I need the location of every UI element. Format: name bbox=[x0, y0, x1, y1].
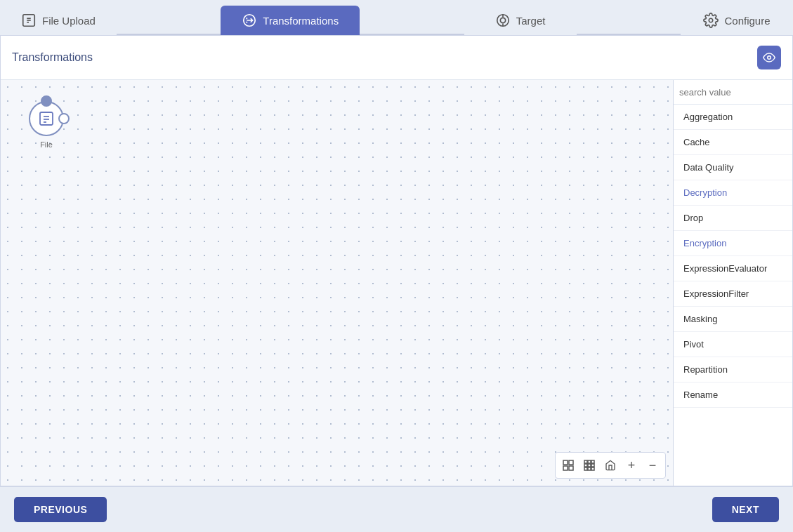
svg-rect-16 bbox=[569, 460, 573, 465]
sidebar-item-repartition[interactable]: Repartition bbox=[674, 357, 792, 383]
nav-label-configure: Configure bbox=[724, 15, 770, 27]
canvas[interactable]: File bbox=[1, 80, 673, 486]
file-node[interactable]: File bbox=[29, 101, 64, 149]
grid-small-tool-button[interactable] bbox=[579, 455, 599, 475]
zoom-out-button[interactable]: − bbox=[643, 455, 662, 475]
zoom-in-button[interactable]: + bbox=[622, 455, 641, 475]
search-box bbox=[674, 80, 792, 105]
configure-icon bbox=[703, 13, 719, 28]
sidebar-item-drop[interactable]: Drop bbox=[674, 206, 792, 231]
bottom-navigation: PREVIOUS NEXT bbox=[0, 486, 793, 532]
svg-rect-18 bbox=[569, 466, 573, 470]
nav-label-file-upload: File Upload bbox=[42, 15, 96, 27]
nav-item-file-upload[interactable]: File Upload bbox=[0, 6, 117, 35]
svg-rect-15 bbox=[563, 460, 568, 465]
svg-rect-20 bbox=[588, 460, 591, 463]
nav-label-transformations: Transformations bbox=[263, 15, 339, 27]
svg-point-9 bbox=[709, 18, 714, 22]
node-wrapper bbox=[29, 101, 64, 136]
transformation-list: AggregationCacheData QualityDecryptionDr… bbox=[674, 105, 792, 486]
canvas-toolbar: + − bbox=[555, 452, 666, 479]
nav-item-transformations[interactable]: Transformations bbox=[221, 6, 360, 35]
svg-rect-26 bbox=[588, 467, 591, 470]
svg-rect-22 bbox=[584, 464, 587, 467]
svg-rect-19 bbox=[584, 460, 587, 463]
svg-rect-27 bbox=[591, 467, 594, 470]
content-header: Transformations bbox=[1, 36, 792, 80]
svg-rect-17 bbox=[563, 466, 568, 470]
sidebar-item-cache[interactable]: Cache bbox=[674, 130, 792, 155]
svg-rect-11 bbox=[40, 112, 53, 125]
nav-item-configure[interactable]: Configure bbox=[681, 6, 793, 35]
node-right-connector bbox=[58, 113, 70, 124]
sidebar-item-decryption[interactable]: Decryption bbox=[674, 180, 792, 206]
canvas-area: File bbox=[1, 80, 792, 486]
main-content: Transformations bbox=[0, 35, 793, 486]
sidebar-item-aggregation[interactable]: Aggregation bbox=[674, 105, 792, 130]
svg-point-10 bbox=[768, 56, 771, 60]
nav-label-target: Target bbox=[516, 15, 546, 27]
sidebar-item-expressionevaluator[interactable]: ExpressionEvaluator bbox=[674, 256, 792, 281]
sidebar-item-rename[interactable]: Rename bbox=[674, 383, 792, 408]
transformations-icon bbox=[242, 13, 257, 28]
svg-rect-25 bbox=[584, 467, 587, 470]
sidebar-item-masking[interactable]: Masking bbox=[674, 307, 792, 332]
node-top-connector bbox=[41, 95, 52, 107]
page-title: Transformations bbox=[12, 51, 93, 64]
eye-button[interactable] bbox=[757, 46, 781, 69]
search-input[interactable] bbox=[679, 87, 793, 98]
node-label: File bbox=[40, 140, 53, 149]
previous-button[interactable]: PREVIOUS bbox=[14, 497, 107, 522]
file-upload-icon bbox=[21, 13, 37, 28]
right-sidebar: AggregationCacheData QualityDecryptionDr… bbox=[673, 80, 792, 486]
nav-item-target[interactable]: Target bbox=[464, 6, 577, 35]
grid-tool-button[interactable] bbox=[558, 455, 578, 475]
sidebar-item-data-quality[interactable]: Data Quality bbox=[674, 155, 792, 180]
svg-point-6 bbox=[500, 18, 505, 22]
svg-rect-23 bbox=[588, 464, 591, 467]
sidebar-item-pivot[interactable]: Pivot bbox=[674, 332, 792, 357]
sidebar-item-encryption[interactable]: Encryption bbox=[674, 231, 792, 256]
svg-rect-21 bbox=[591, 460, 594, 463]
home-tool-button[interactable] bbox=[601, 455, 620, 475]
sidebar-item-expressionfilter[interactable]: ExpressionFilter bbox=[674, 281, 792, 307]
top-navigation: File Upload Transformations Target bbox=[0, 0, 793, 35]
svg-rect-24 bbox=[591, 464, 594, 467]
target-icon bbox=[495, 13, 511, 28]
next-button[interactable]: NEXT bbox=[712, 497, 779, 522]
